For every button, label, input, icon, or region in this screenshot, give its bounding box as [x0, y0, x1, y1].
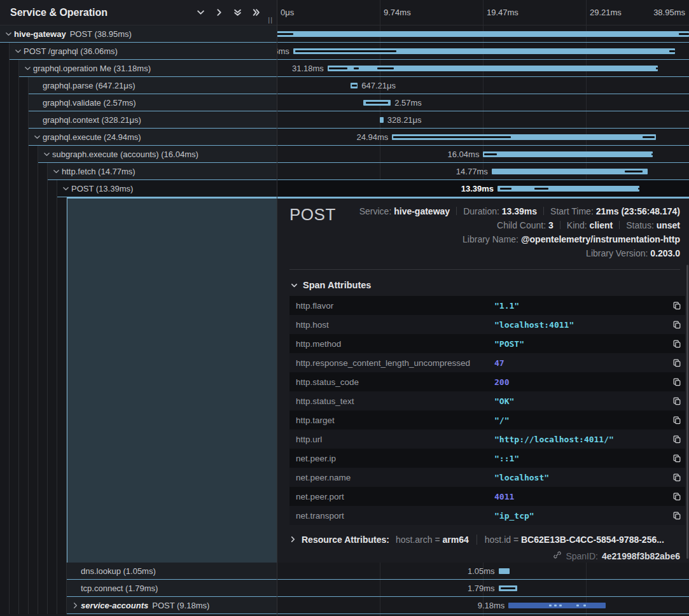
- span-name-cell[interactable]: POST /graphql (36.06ms): [10, 43, 277, 60]
- span-row-graphql-validate[interactable]: graphql.validate (2.57ms)2.57ms: [0, 94, 689, 111]
- span-duration-bar[interactable]: [498, 186, 639, 192]
- span-row-post[interactable]: POST (13.39ms)13.39ms: [0, 180, 689, 197]
- span-name-cell[interactable]: graphql.execute (24.94ms): [29, 129, 277, 146]
- span-duration-bar[interactable]: [492, 169, 648, 174]
- detail-scrollbar[interactable]: [686, 265, 688, 559]
- panel-divider[interactable]: [277, 0, 277, 616]
- span-duration-bar[interactable]: [277, 31, 689, 37]
- expand-one-icon[interactable]: [214, 8, 223, 17]
- attribute-key: net.peer.ip: [296, 454, 494, 463]
- expand-all-icon[interactable]: [251, 8, 260, 17]
- child-span-marker: [354, 67, 359, 69]
- resource-attribute-item: host.id = BC62E13B-C4CC-5854-9788-256...: [477, 535, 664, 545]
- copy-icon[interactable]: [669, 435, 681, 444]
- span-duration-bar[interactable]: [392, 134, 656, 140]
- overview-field-value: unset: [657, 220, 680, 230]
- chevron-down-icon[interactable]: [34, 134, 43, 141]
- span-bar-area: 36.06ms: [277, 43, 689, 60]
- service-name: service-accounts: [81, 601, 148, 610]
- span-row-graphql-operation-me[interactable]: graphql.operation Me (31.18ms)31.18ms: [0, 60, 689, 77]
- copy-icon[interactable]: [669, 358, 681, 367]
- span-name-cell[interactable]: service-accountsPOST (9.18ms): [67, 597, 277, 614]
- copy-icon[interactable]: [669, 320, 681, 329]
- span-row-graphql-context[interactable]: graphql.context (328.21μs)328.21μs: [0, 111, 689, 129]
- selected-span-highlight[interactable]: [67, 197, 277, 563]
- resource-attribute-key: host.id: [485, 535, 513, 545]
- span-row-tcp-connect[interactable]: tcp.connect (1.79ms)1.79ms: [0, 580, 689, 597]
- span-name-cell[interactable]: POST (13.39ms): [57, 180, 277, 197]
- copy-icon[interactable]: [669, 492, 681, 501]
- copy-icon[interactable]: [669, 473, 681, 482]
- attribute-row: http.url"http://localhost:4011/": [289, 430, 685, 449]
- chevron-down-icon[interactable]: [53, 168, 62, 175]
- chevron-down-icon[interactable]: [43, 151, 52, 158]
- overview-separator: [543, 207, 544, 215]
- overview-separator: [560, 221, 560, 229]
- span-name-cell[interactable]: tcp.connect (1.79ms): [67, 580, 277, 597]
- span-row-post-graphql[interactable]: POST /graphql (36.06ms)36.06ms: [0, 43, 689, 60]
- attribute-row: net.peer.port4011: [289, 487, 685, 506]
- panel-resize-handle[interactable]: ||: [268, 16, 273, 24]
- collapse-all-icon[interactable]: [233, 8, 242, 17]
- child-span-marker: [643, 136, 655, 138]
- child-span-marker: [295, 50, 396, 52]
- tree-controls: [196, 8, 277, 17]
- overview-field-label: Start Time:: [550, 206, 596, 216]
- copy-icon[interactable]: [669, 339, 681, 348]
- indent-guides: [0, 146, 38, 163]
- attribute-value: 200: [494, 377, 669, 387]
- chevron-down-icon[interactable]: [24, 65, 33, 72]
- resource-attributes-title[interactable]: Resource Attributes:: [302, 535, 389, 545]
- span-duration-bar[interactable]: [483, 151, 653, 157]
- span-row-graphql-execute[interactable]: graphql.execute (24.94ms)24.94ms: [0, 129, 689, 146]
- equals-sign: =: [513, 535, 521, 545]
- span-duration-label: 328.21μs: [384, 111, 422, 129]
- copy-icon[interactable]: [669, 396, 681, 405]
- span-label: hive-gatewayPOST (38.95ms): [14, 29, 132, 39]
- chevron-down-icon[interactable]: [5, 31, 14, 38]
- overview-field-label: Status:: [626, 220, 656, 230]
- span-name-cell[interactable]: graphql.validate (2.57ms): [29, 94, 277, 111]
- copy-icon[interactable]: [669, 301, 681, 310]
- indent-guides: [0, 94, 29, 111]
- span-row-post[interactable]: service-accountsPOST (9.18ms)9.18ms: [0, 597, 689, 614]
- span-name-cell[interactable]: graphql.context (328.21μs): [29, 111, 277, 129]
- chevron-down-icon: [291, 282, 298, 289]
- span-name-cell[interactable]: subgraph.execute (accounts) (16.04ms): [38, 146, 277, 163]
- child-span-marker: [534, 188, 548, 190]
- collapse-one-icon[interactable]: [196, 8, 205, 17]
- copy-icon[interactable]: [669, 416, 681, 424]
- span-name-cell[interactable]: dns.lookup (1.05ms): [67, 563, 277, 580]
- copy-icon[interactable]: [669, 511, 681, 520]
- span-duration-bar[interactable]: [499, 568, 510, 574]
- copy-icon[interactable]: [669, 454, 681, 463]
- span-row-graphql-parse[interactable]: graphql.parse (647.21μs)647.21μs: [0, 77, 689, 94]
- span-row-http-fetch[interactable]: http.fetch (14.77ms)14.77ms: [0, 163, 689, 180]
- indent-guides: [0, 43, 10, 60]
- chevron-down-icon[interactable]: [15, 48, 24, 55]
- span-duration-bar[interactable]: [293, 48, 675, 54]
- span-attributes-section-header[interactable]: Span Attributes: [291, 280, 680, 290]
- span-duration-bar[interactable]: [363, 100, 391, 106]
- span-name-cell[interactable]: graphql.operation Me (31.18ms): [19, 60, 277, 77]
- span-name-cell[interactable]: hive-gatewayPOST (38.95ms): [0, 25, 277, 43]
- span-name-cell[interactable]: http.fetch (14.77ms): [48, 163, 277, 180]
- span-duration-bar[interactable]: [508, 603, 606, 608]
- span-duration-bar[interactable]: [499, 585, 518, 591]
- span-duration-bar[interactable]: [351, 83, 358, 88]
- chevron-right-icon[interactable]: [72, 602, 81, 609]
- chevron-down-icon[interactable]: [62, 185, 71, 192]
- span-duration-bar[interactable]: [328, 66, 658, 71]
- copy-icon[interactable]: [669, 377, 681, 386]
- overview-field-value: client: [590, 220, 613, 230]
- attribute-value: "http://localhost:4011/": [494, 435, 669, 444]
- span-row-post[interactable]: hive-gatewayPOST (38.95ms): [0, 25, 689, 43]
- span-duration-label: 24.94ms: [356, 129, 392, 146]
- span-duration-label: 36.06ms: [277, 43, 293, 60]
- link-icon[interactable]: [553, 550, 562, 561]
- chevron-right-icon[interactable]: [289, 535, 296, 545]
- span-name-cell[interactable]: graphql.parse (647.21μs): [29, 77, 277, 94]
- span-row-dns-lookup[interactable]: dns.lookup (1.05ms)1.05ms: [0, 563, 689, 580]
- child-span-marker: [638, 188, 639, 190]
- span-row-subgraph-execute-accounts-[interactable]: subgraph.execute (accounts) (16.04ms)16.…: [0, 146, 689, 163]
